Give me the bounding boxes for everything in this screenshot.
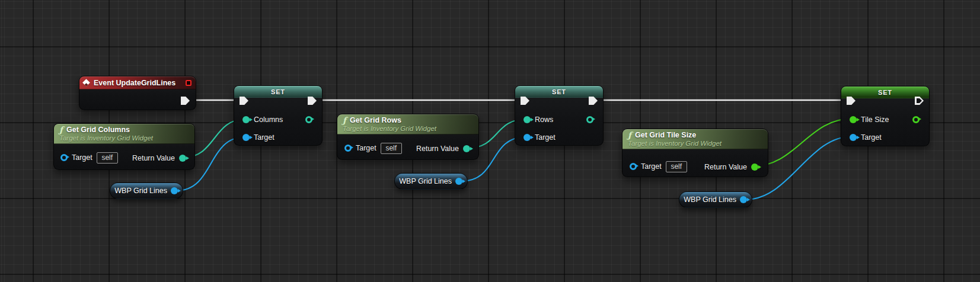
target-in-pin[interactable]	[523, 134, 531, 141]
set-node-header: SET	[234, 86, 322, 98]
variable-label: WBP Grid Lines	[114, 187, 167, 195]
set-node-title: SET	[878, 89, 892, 96]
columns-pin-label: Columns	[254, 116, 283, 124]
function-node-header: ƒ Get Grid Columns Target is Inventory G…	[54, 124, 194, 144]
return-value-pin[interactable]	[751, 164, 758, 171]
exec-out-pin[interactable]	[308, 97, 317, 105]
variable-out-pin[interactable]	[171, 187, 178, 194]
target-pin-label: Target	[861, 133, 882, 142]
exec-out-pin[interactable]	[181, 97, 190, 105]
node-variable-wbp-grid-lines-2[interactable]: WBP Grid Lines	[394, 173, 468, 190]
tile-size-pin-label: Tile Size	[861, 116, 889, 124]
columns-out-pin[interactable]	[305, 116, 312, 123]
blueprint-graph-canvas[interactable]: Event UpdateGridLines ƒ Get Grid Columns…	[0, 0, 980, 282]
variable-out-pin[interactable]	[455, 178, 462, 185]
node-get-grid-columns[interactable]: ƒ Get Grid Columns Target is Inventory G…	[53, 123, 195, 170]
function-icon: ƒ	[59, 126, 63, 134]
exec-in-pin[interactable]	[240, 97, 248, 105]
variable-out-pin[interactable]	[740, 196, 747, 203]
target-in-pin[interactable]	[242, 134, 250, 141]
target-pin-label: Target	[72, 153, 92, 162]
set-node-header: SET	[515, 86, 603, 98]
event-diamond-icon	[82, 79, 90, 86]
rows-in-pin[interactable]	[523, 116, 531, 123]
target-pin-label: Target	[641, 162, 662, 171]
node-variable-wbp-grid-lines-3[interactable]: WBP Grid Lines	[679, 191, 752, 208]
node-event-updategridlines[interactable]: Event UpdateGridLines	[79, 76, 196, 110]
return-value-pin[interactable]	[179, 155, 186, 162]
function-node-header: ƒ Get Grid Rows Target is Inventory Grid…	[337, 114, 478, 134]
exec-in-pin[interactable]	[521, 97, 529, 105]
set-node-title: SET	[552, 88, 566, 95]
set-node-title: SET	[271, 88, 285, 95]
function-icon: ƒ	[628, 131, 631, 139]
variable-label: WBP Grid Lines	[399, 177, 452, 185]
function-node-subtitle: Target is Inventory Grid Widget	[343, 125, 473, 132]
target-in-pin[interactable]	[60, 154, 68, 161]
function-node-subtitle: Target is Inventory Grid Widget	[59, 134, 189, 142]
return-value-label: Return Value	[704, 163, 747, 171]
function-node-header: ƒ Get Grid Tile Size Target is Inventory…	[623, 129, 768, 149]
node-get-grid-rows[interactable]: ƒ Get Grid Rows Target is Inventory Grid…	[337, 114, 479, 160]
event-node-title: Event UpdateGridLines	[94, 79, 175, 87]
target-in-pin[interactable]	[630, 163, 637, 170]
node-variable-wbp-grid-lines-1[interactable]: WBP Grid Lines	[110, 182, 183, 199]
variable-label: WBP Grid Lines	[684, 196, 736, 204]
function-icon: ƒ	[343, 116, 346, 124]
return-value-pin[interactable]	[463, 145, 470, 152]
target-pin-label: Target	[356, 144, 376, 152]
node-set-tile-size[interactable]: SET Tile Size Target	[841, 86, 930, 146]
return-value-label: Return Value	[416, 145, 459, 153]
rows-pin-label: Rows	[535, 116, 553, 124]
node-get-grid-tile-size[interactable]: ƒ Get Grid Tile Size Target is Inventory…	[622, 129, 768, 177]
node-set-rows[interactable]: SET Rows Target	[515, 85, 604, 146]
node-set-columns[interactable]: SET Columns Target	[234, 85, 323, 146]
event-node-header: Event UpdateGridLines	[79, 76, 196, 89]
return-value-label: Return Value	[132, 154, 175, 162]
tile-size-in-pin[interactable]	[850, 116, 857, 123]
function-node-title: Get Grid Rows	[350, 116, 401, 124]
target-in-pin[interactable]	[850, 134, 857, 141]
tile-size-out-pin[interactable]	[912, 116, 920, 123]
target-self-value[interactable]: self	[666, 161, 687, 172]
rows-out-pin[interactable]	[586, 116, 593, 123]
function-node-subtitle: Target is Inventory Grid Widget	[628, 140, 762, 147]
target-pin-label: Target	[535, 133, 556, 142]
function-node-title: Get Grid Tile Size	[635, 131, 696, 139]
event-red-box-icon	[186, 80, 191, 86]
exec-out-pin[interactable]	[589, 97, 598, 105]
target-in-pin[interactable]	[344, 145, 352, 152]
function-node-title: Get Grid Columns	[66, 126, 130, 134]
target-self-value[interactable]: self	[381, 143, 402, 154]
target-self-value[interactable]: self	[97, 152, 118, 164]
columns-in-pin[interactable]	[242, 116, 250, 123]
target-pin-label: Target	[254, 133, 274, 142]
